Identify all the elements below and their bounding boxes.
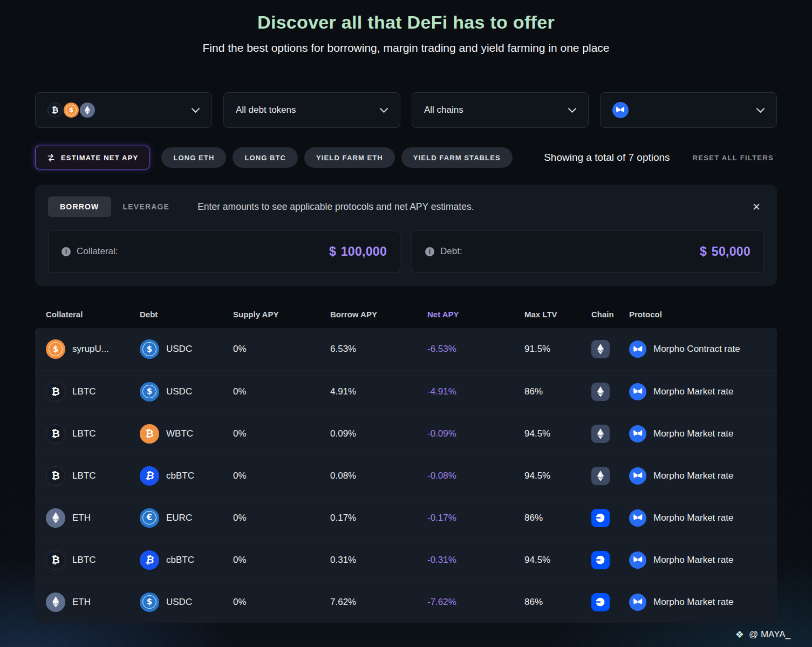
collateral-token-label: LBTC [72,471,95,481]
tab-leverage[interactable]: LEVERAGE [111,196,182,217]
collateral-token-label: LBTC [72,386,95,397]
debt-cell: ₿WBTC [140,424,233,444]
supply-apy-value: 0% [233,597,330,608]
net-apy-value: -0.09% [427,428,524,439]
ethereum-chain-icon [591,467,610,485]
collateral-cell: ₿LBTC [46,466,140,486]
base-chain-icon [591,509,610,527]
debt-cell: $USDC [140,339,233,359]
net-apy-value: -0.17% [427,513,524,523]
estimate-net-apy-button[interactable]: ESTIMATE NET APY [35,146,149,169]
quick-filter-long-eth[interactable]: LONG ETH [161,147,226,168]
chevron-down-icon [568,108,576,113]
debt-cell: ₿cbBTC [140,550,233,570]
page-subtitle: Find the best options for borrowing, mar… [35,42,777,55]
collateral-token-label: LBTC [72,555,95,566]
col-max-ltv: Max LTV [524,310,591,319]
borrow-apy-value: 0.17% [330,513,427,523]
table-row[interactable]: ₿LBTC₿cbBTC0%0.08%-0.08%94.5%Morpho Mark… [35,454,777,496]
chain-cell [591,383,629,401]
col-debt: Debt [140,310,233,319]
net-apy-value: -7.62% [427,597,524,608]
syrupusdc-token-icon: $ [64,103,80,118]
morpho-protocol-icon [612,102,629,118]
supply-apy-value: 0% [233,344,330,355]
table-row[interactable]: $syrupU...$USDC0%6.53%-6.53%91.5%Morpho … [35,328,777,370]
collateral-label: Collateral: [77,246,118,257]
usdc-token-icon: $ [140,592,159,612]
collateral-token-label: ETH [72,513,91,523]
debt-value: $50,000 [700,244,750,259]
collateral-token-label: ETH [72,597,91,608]
col-borrow-apy: Borrow APY [330,310,427,319]
collateral-cell: ₿LBTC [46,382,140,401]
estimate-button-label: ESTIMATE NET APY [61,154,138,162]
lbtc-token-icon: ₿ [46,424,65,444]
collateral-amount-input[interactable]: i Collateral: $100,000 [48,230,400,273]
chevron-down-icon [380,108,388,113]
debt-token-label: USDC [166,386,192,397]
quick-filter-yield-farm-eth[interactable]: YIELD FARM ETH [304,147,395,168]
protocol-cell: Morpho Market rate [629,509,777,527]
max-ltv-value: 86% [524,513,591,523]
chains-dropdown[interactable]: All chains [412,92,589,128]
table-body: $syrupU...$USDC0%6.53%-6.53%91.5%Morpho … [35,328,777,623]
table-header: Collateral Debt Supply APY Borrow APY Ne… [35,300,777,328]
supply-apy-value: 0% [233,471,330,481]
reset-filters-button[interactable]: RESET ALL FILTERS [690,153,777,162]
table-row[interactable]: ₿LBTC₿cbBTC0%0.31%-0.31%94.5%Morpho Mark… [35,539,777,581]
collateral-value: $100,000 [329,244,387,259]
actions-row: ESTIMATE NET APY LONG ETH LONG BTC YIELD… [35,146,777,169]
max-ltv-value: 94.5% [524,471,591,481]
collateral-token-label: LBTC [72,428,95,439]
table-row[interactable]: ₿LBTC$USDC0%4.91%-4.91%86%Morpho Market … [35,370,777,412]
collateral-tokens-dropdown[interactable]: ₿ $ [35,92,212,128]
protocol-cell: Morpho Market rate [629,551,777,569]
protocols-dropdown[interactable] [600,92,777,128]
debt-token-label: cbBTC [166,471,194,481]
collateral-cell: ₿LBTC [46,550,140,570]
estimate-icon [46,153,56,162]
morpho-protocol-icon [629,467,646,485]
net-apy-value: -0.31% [427,555,524,566]
page: Discover all that DeFi has to offer Find… [0,0,812,647]
borrow-apy-value: 4.91% [330,386,427,397]
debt-cell: €EURC [140,508,233,528]
debt-token-label: EURC [166,513,192,523]
borrow-apy-value: 0.08% [330,471,427,481]
protocol-cell: Morpho Market rate [629,425,777,442]
tab-borrow[interactable]: BORROW [48,196,111,217]
base-chain-icon [591,593,610,611]
morpho-protocol-icon [629,594,646,611]
collateral-cell: $syrupU... [46,339,140,359]
lbtc-token-icon: ₿ [46,550,65,570]
wbtc-token-icon: ₿ [140,424,159,444]
currency-symbol: $ [700,244,707,259]
debt-tokens-dropdown[interactable]: All debt tokens [223,92,400,128]
borrow-apy-value: 7.62% [330,597,427,608]
borrow-apy-value: 6.53% [330,344,427,355]
quick-filter-long-btc[interactable]: LONG BTC [233,147,298,168]
filters-row: ₿ $ All debt tokens All chains [35,92,777,128]
debt-token-label: USDC [166,597,192,608]
chevron-down-icon [192,108,200,113]
supply-apy-value: 0% [233,555,330,566]
table-row[interactable]: ETH$USDC0%7.62%-7.62%86%Morpho Market ra… [35,581,777,623]
table-row[interactable]: ₿LBTC₿WBTC0%0.09%-0.09%94.5%Morpho Marke… [35,412,777,454]
chains-dropdown-label: All chains [424,105,463,115]
table-row[interactable]: ETH€EURC0%0.17%-0.17%86%Morpho Market ra… [35,496,777,539]
protocol-label: Morpho Market rate [653,513,733,523]
lbtc-token-icon: ₿ [46,466,65,486]
syrupusdc-token-icon: $ [46,339,65,359]
debt-dropdown-label: All debt tokens [236,105,296,115]
debt-amount-input[interactable]: i Debt: $50,000 [412,230,764,273]
debt-cell: $USDC [140,382,233,401]
estimate-panel-header: BORROW LEVERAGE Enter amounts to see app… [48,196,764,217]
quick-filter-yield-farm-stables[interactable]: YIELD FARM STABLES [401,147,513,168]
max-ltv-value: 94.5% [524,428,591,439]
close-panel-button[interactable]: ✕ [749,201,764,213]
base-chain-icon [591,551,610,569]
page-title: Discover all that DeFi has to offer [35,12,777,33]
info-icon: i [62,247,71,256]
morpho-protocol-icon [612,102,629,118]
